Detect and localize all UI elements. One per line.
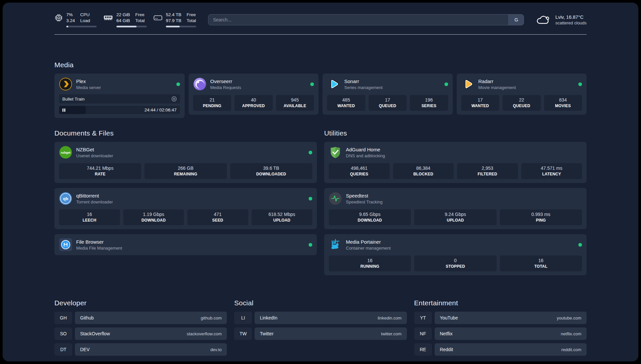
twitter-abbr-badge[interactable]: TW (234, 327, 252, 340)
nzbget-subtitle: Usenet downloader (76, 153, 113, 158)
stat-latency: 47.571 ms LATENCY (521, 163, 582, 179)
disk-label-top: Free (187, 12, 196, 18)
now-playing-row: Bullet Train (59, 94, 180, 104)
stat-approved: 40 APPROVED (234, 95, 273, 111)
link-name: StackOverflow (80, 331, 110, 336)
linkedin-abbr-badge[interactable]: LI (234, 312, 252, 324)
link-name: YouTube (440, 315, 458, 320)
filebrowser-subtitle: Media File Management (76, 246, 122, 251)
cpu-progress-bar (66, 26, 97, 27)
stat-queries: 498,461 QUERIES (329, 163, 390, 179)
plex-subtitle: Media server (76, 85, 101, 90)
section-social: Social LI LinkedIn linkedin.com TW Twitt… (234, 299, 407, 343)
disk-icon (153, 14, 163, 22)
adguard-subtitle: DNS and adblocking (346, 153, 385, 158)
dev-abbr-badge[interactable]: DT (54, 343, 72, 356)
card-portainer[interactable]: Media Portainer Container management 16 … (324, 234, 587, 275)
filebrowser-icon (59, 238, 72, 251)
section-documents: Documents & Files nzbget NZBGet Usenet d… (54, 129, 317, 255)
portainer-title: Media Portainer (346, 239, 391, 245)
stat-queued: 22 QUEUED (503, 95, 541, 111)
social-section-title: Social (234, 299, 407, 307)
status-online-dot (310, 82, 314, 86)
disk-values: 52.4 TB 97.9 TB (166, 12, 181, 24)
stat-blocked: 86,384 BLOCKED (393, 163, 454, 179)
search-input[interactable] (208, 15, 508, 25)
portainer-subtitle: Container management (346, 246, 391, 251)
memory-label-top: Free (135, 12, 145, 18)
card-speedtest[interactable]: Speedtest Speedtest Tracking 9.65 Gbps D… (324, 188, 587, 229)
stat-leech: 16 LEECH (59, 209, 120, 225)
link-name: Github (80, 315, 94, 320)
link-name: DEV (80, 347, 90, 352)
stat-stopped: 0 STOPPED (414, 256, 496, 271)
disk-labels: Free Total (187, 12, 196, 24)
playback-time: 24:44 / 02:06:47 (144, 107, 180, 112)
developer-section-title: Developer (54, 299, 227, 307)
stat-seed: 471 SEED (187, 209, 248, 225)
card-radarr[interactable]: Radarr Movie management 17 WANTED 22 QUE… (457, 74, 587, 115)
section-developer: Developer GH Github github.com SO StackO… (54, 299, 227, 359)
stackoverflow-abbr-badge[interactable]: SO (54, 327, 72, 340)
stat-total: 16 TOTAL (500, 256, 582, 271)
card-overseerr[interactable]: Overseerr Media Requests 21 PENDING 40 A… (189, 74, 319, 115)
youtube-abbr-badge[interactable]: YT (414, 312, 432, 324)
link-url: github.com (201, 316, 222, 320)
stat-remaining: 266 GB REMAINING (144, 163, 227, 179)
link-url: linkedin.com (378, 316, 401, 320)
card-sonarr[interactable]: Sonarr Series management 485 WANTED 17 Q… (322, 74, 453, 115)
link-url: dev.to (210, 347, 222, 352)
filebrowser-title: File Browser (76, 239, 122, 245)
nzbget-title: NZBGet (76, 147, 113, 152)
reddit-abbr-badge[interactable]: RE (414, 343, 432, 356)
card-filebrowser[interactable]: File Browser Media File Management (54, 234, 317, 255)
link-name: Netflix (440, 331, 453, 336)
card-adguard[interactable]: AdGuard Home DNS and adblocking 498,461 … (324, 142, 587, 183)
link-url: stackoverflow.com (187, 331, 222, 336)
stat-download: 1.19 Gbps DOWNLOAD (123, 209, 184, 225)
link-url: reddit.com (561, 347, 581, 352)
link-youtube[interactable]: YT YouTube youtube.com (414, 312, 587, 324)
section-utilities: Utilities AdGuard Home DNS and adblockin… (324, 129, 587, 275)
link-stackoverflow[interactable]: SO StackOverflow stackoverflow.com (54, 327, 227, 340)
link-reddit[interactable]: RE Reddit reddit.com (414, 343, 587, 356)
utilities-section-title: Utilities (324, 129, 587, 137)
netflix-abbr-badge[interactable]: NF (414, 327, 432, 340)
memory-progress-bar (116, 26, 147, 27)
stat-rate: 744.21 Mbps RATE (59, 163, 141, 179)
github-abbr-badge[interactable]: GH (54, 312, 72, 324)
memory-values: 22 GiB 64 GiB (116, 12, 130, 24)
cpu-label-bottom: Load (80, 18, 90, 24)
plex-icon (59, 77, 72, 91)
stat-filtered: 2,953 FILTERED (457, 163, 518, 179)
link-netflix[interactable]: NF Netflix netflix.com (414, 327, 587, 340)
overseerr-subtitle: Media Requests (210, 85, 241, 90)
link-github[interactable]: GH Github github.com (54, 312, 227, 324)
memory-total-value: 64 GiB (116, 18, 130, 24)
link-dev[interactable]: DT DEV dev.to (54, 343, 227, 356)
search-bar: G (208, 14, 524, 25)
svg-text:qb: qb (63, 196, 68, 201)
adguard-title: AdGuard Home (346, 147, 385, 152)
link-twitter[interactable]: TW Twitter twitter.com (234, 327, 407, 340)
status-online-dot (578, 82, 582, 86)
link-linkedin[interactable]: LI LinkedIn linkedin.com (234, 312, 407, 324)
stat-download: 9.65 Gbps DOWNLOAD (329, 209, 411, 225)
cpu-label-top: CPU (80, 12, 90, 18)
top-bar: 7% 3.24 CPU Load (54, 12, 587, 27)
cpu-icon (54, 14, 63, 22)
card-plex[interactable]: Plex Media server Bullet Train (54, 74, 185, 118)
status-online-dot (444, 82, 448, 86)
search-engine-button[interactable]: G (508, 15, 524, 25)
status-online-dot (578, 243, 582, 247)
radarr-subtitle: Movie management (478, 85, 516, 90)
link-name: Reddit (440, 347, 453, 352)
weather-condition: scattered clouds (555, 20, 587, 25)
link-name: LinkedIn (260, 315, 277, 320)
portainer-icon (329, 238, 342, 251)
memory-stat: 22 GiB 64 GiB Free Total (103, 12, 147, 27)
system-stats: 7% 3.24 CPU Load (54, 12, 196, 27)
qbittorrent-subtitle: Torrent downloader (76, 199, 113, 204)
card-nzbget[interactable]: nzbget NZBGet Usenet downloader 744.21 M… (54, 142, 317, 183)
card-qbittorrent[interactable]: qb qBittorrent Torrent downloader 16 LEE… (54, 188, 317, 229)
